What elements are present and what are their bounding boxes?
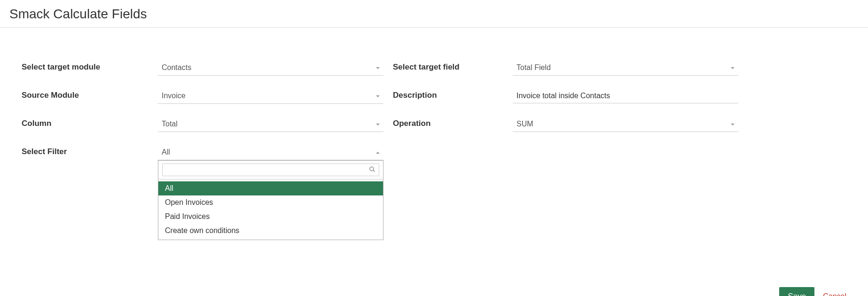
label-select-filter: Select Filter: [22, 145, 149, 156]
actions-row: Save Cancel: [0, 278, 868, 296]
filter-option-create-conditions[interactable]: Create own conditions: [158, 224, 383, 238]
label-target-module: Select target module: [22, 61, 149, 72]
filter-option-paid-invoices[interactable]: Paid Invoices: [158, 210, 383, 224]
select-column[interactable]: Total: [158, 117, 383, 132]
label-target-field: Select target field: [393, 61, 503, 72]
label-source-module: Source Module: [22, 89, 149, 100]
label-column: Column: [22, 117, 149, 128]
cancel-button[interactable]: Cancel: [823, 292, 846, 296]
save-button[interactable]: Save: [779, 287, 814, 296]
chevron-down-icon: [376, 95, 380, 97]
filter-dropdown-search: [158, 161, 383, 179]
label-operation: Operation: [393, 117, 503, 128]
chevron-down-icon: [731, 67, 735, 69]
chevron-down-icon: [376, 124, 380, 125]
chevron-down-icon: [731, 124, 735, 125]
page-title: Smack Calculate Fields: [0, 0, 868, 28]
label-description: Description: [393, 89, 503, 100]
select-operation-value: SUM: [516, 120, 533, 128]
form-container: Select target module Contacts Select tar…: [0, 28, 868, 249]
chevron-down-icon: [376, 67, 380, 69]
select-operation[interactable]: SUM: [513, 117, 738, 132]
select-target-module[interactable]: Contacts: [158, 61, 383, 76]
select-source-module-value: Invoice: [162, 92, 186, 100]
filter-dropdown-panel: All Open Invoices Paid Invoices Create o…: [158, 160, 383, 240]
select-target-field[interactable]: Total Field: [513, 61, 738, 76]
select-target-module-value: Contacts: [162, 63, 191, 71]
filter-dropdown-options: All Open Invoices Paid Invoices Create o…: [158, 179, 383, 240]
filter-option-open-invoices[interactable]: Open Invoices: [158, 195, 383, 210]
filter-option-all[interactable]: All: [158, 181, 383, 195]
select-filter[interactable]: All: [158, 145, 383, 160]
select-target-field-value: Total Field: [516, 63, 551, 71]
select-column-value: Total: [162, 120, 178, 128]
chevron-up-icon: [376, 152, 380, 154]
filter-search-input[interactable]: [162, 164, 379, 176]
select-filter-value: All: [162, 148, 170, 156]
description-input[interactable]: [513, 89, 738, 103]
select-source-module[interactable]: Invoice: [158, 89, 383, 104]
